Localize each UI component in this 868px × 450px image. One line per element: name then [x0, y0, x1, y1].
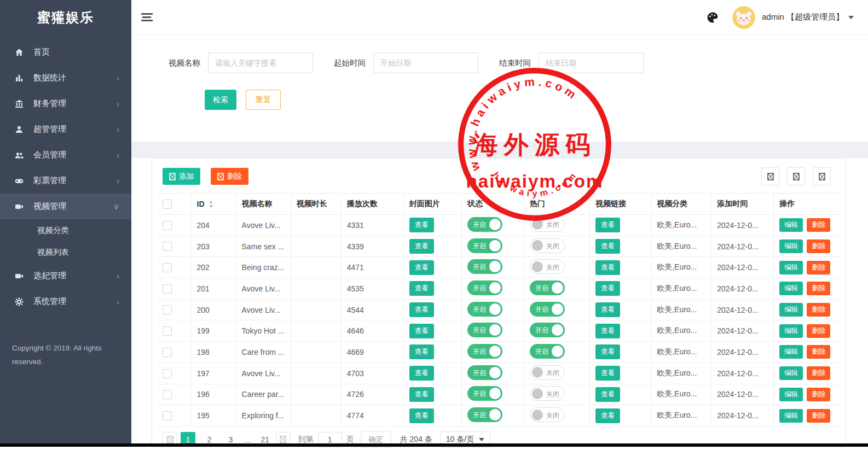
edit-button[interactable]: 编辑: [779, 239, 803, 253]
row-checkbox[interactable]: [163, 369, 172, 378]
hot-toggle[interactable]: 关闭: [530, 365, 565, 380]
status-toggle[interactable]: 开启: [467, 238, 502, 253]
edit-button[interactable]: 编辑: [779, 388, 803, 401]
view-link-button[interactable]: 查看: [595, 387, 620, 402]
avatar[interactable]: [732, 6, 755, 29]
hot-toggle[interactable]: 关闭: [530, 407, 565, 422]
status-toggle[interactable]: 开启: [467, 365, 502, 380]
row-checkbox[interactable]: [163, 348, 172, 357]
sidebar-item-8[interactable]: 系统管理›: [0, 289, 131, 314]
status-toggle[interactable]: 开启: [467, 217, 502, 232]
row-checkbox[interactable]: [163, 411, 172, 420]
hot-toggle[interactable]: 开启: [530, 323, 565, 337]
hot-toggle[interactable]: 开启: [530, 302, 565, 317]
add-button[interactable]: 添加: [163, 168, 200, 185]
table-row: 203Same sex ...4339查看开启关闭查看欧美,Euro...202…: [157, 236, 841, 257]
video-name-input[interactable]: [208, 52, 313, 73]
sidebar-item-label: 首页: [33, 47, 50, 57]
view-link-button[interactable]: 查看: [595, 281, 620, 296]
view-cover-button[interactable]: 查看: [409, 302, 434, 317]
status-toggle[interactable]: 开启: [467, 323, 502, 337]
hot-toggle[interactable]: 关闭: [530, 386, 565, 401]
row-checkbox[interactable]: [163, 263, 172, 272]
sidebar-subitem-0[interactable]: 视频分类: [0, 219, 131, 241]
table-tool-button-2[interactable]: [787, 167, 805, 185]
sidebar-item-3[interactable]: 超管管理›: [0, 116, 131, 142]
view-link-button[interactable]: 查看: [595, 324, 620, 338]
status-toggle[interactable]: 开启: [467, 344, 502, 359]
view-cover-button[interactable]: 查看: [409, 260, 434, 275]
delete-button[interactable]: 删除: [211, 168, 248, 185]
hot-toggle[interactable]: 开启: [530, 280, 565, 295]
start-date-input[interactable]: [373, 52, 478, 73]
reset-button[interactable]: 重置: [246, 90, 281, 110]
view-link-button[interactable]: 查看: [595, 239, 620, 254]
row-checkbox[interactable]: [163, 284, 172, 294]
row-checkbox[interactable]: [163, 305, 172, 314]
view-cover-button[interactable]: 查看: [409, 218, 434, 232]
view-cover-button[interactable]: 查看: [409, 239, 434, 254]
view-cover-button[interactable]: 查看: [409, 281, 434, 296]
edit-button[interactable]: 编辑: [779, 218, 803, 232]
sidebar-subitem-1[interactable]: 视频列表: [0, 241, 131, 263]
view-cover-button[interactable]: 查看: [409, 387, 434, 402]
sidebar-item-7[interactable]: 选妃管理›: [0, 263, 131, 289]
row-delete-button[interactable]: 删除: [807, 261, 830, 274]
edit-button[interactable]: 编辑: [779, 282, 803, 295]
row-delete-button[interactable]: 删除: [807, 239, 830, 253]
view-link-button[interactable]: 查看: [595, 408, 620, 423]
hot-toggle[interactable]: 开启: [530, 344, 565, 359]
edit-button[interactable]: 编辑: [779, 261, 803, 274]
row-delete-button[interactable]: 删除: [807, 409, 830, 423]
view-cover-button[interactable]: 查看: [409, 344, 434, 359]
status-toggle[interactable]: 开启: [467, 407, 502, 422]
view-link-button[interactable]: 查看: [595, 344, 620, 359]
table-tool-button-1[interactable]: [761, 167, 779, 185]
edit-button[interactable]: 编辑: [779, 345, 803, 359]
end-date-input[interactable]: [539, 52, 644, 73]
sidebar-item-5[interactable]: 彩票管理›: [0, 168, 131, 194]
sort-icon[interactable]: [209, 201, 213, 208]
row-delete-button[interactable]: 删除: [807, 218, 830, 232]
hot-toggle[interactable]: 关闭: [530, 217, 565, 232]
table-tool-button-3[interactable]: [813, 167, 831, 185]
sidebar-toggle-icon[interactable]: [141, 13, 153, 21]
sidebar-item-2[interactable]: 财务管理›: [0, 91, 131, 116]
search-button[interactable]: 检索: [205, 90, 236, 110]
hot-toggle[interactable]: 关闭: [530, 259, 565, 274]
view-cover-button[interactable]: 查看: [409, 366, 434, 381]
view-cover-button[interactable]: 查看: [409, 324, 434, 338]
status-toggle[interactable]: 开启: [467, 386, 502, 401]
edit-button[interactable]: 编辑: [779, 303, 803, 317]
edit-button[interactable]: 编辑: [779, 409, 803, 423]
row-delete-button[interactable]: 删除: [807, 282, 830, 295]
view-link-button[interactable]: 查看: [595, 366, 620, 381]
row-delete-button[interactable]: 删除: [807, 345, 830, 359]
row-delete-button[interactable]: 删除: [807, 324, 830, 338]
current-user-label[interactable]: admin 【超级管理员】: [762, 12, 844, 22]
user-menu-caret-icon[interactable]: [848, 16, 854, 19]
edit-button[interactable]: 编辑: [779, 366, 803, 380]
select-all-checkbox[interactable]: [163, 200, 172, 209]
row-checkbox[interactable]: [163, 390, 172, 399]
row-delete-button[interactable]: 删除: [807, 388, 830, 401]
view-link-button[interactable]: 查看: [595, 302, 620, 317]
theme-palette-icon[interactable]: [706, 11, 719, 24]
view-link-button[interactable]: 查看: [595, 260, 620, 275]
row-checkbox[interactable]: [163, 242, 172, 251]
sidebar-item-0[interactable]: 首页: [0, 39, 131, 65]
status-toggle[interactable]: 开启: [467, 280, 502, 295]
row-checkbox[interactable]: [163, 326, 172, 336]
edit-button[interactable]: 编辑: [779, 324, 803, 338]
row-delete-button[interactable]: 删除: [807, 366, 830, 380]
sidebar-item-4[interactable]: 会员管理›: [0, 142, 131, 168]
row-delete-button[interactable]: 删除: [807, 303, 830, 317]
sidebar-item-6[interactable]: 视频管理∨: [0, 194, 131, 219]
status-toggle[interactable]: 开启: [467, 302, 502, 317]
view-cover-button[interactable]: 查看: [409, 408, 434, 423]
row-checkbox[interactable]: [163, 221, 172, 230]
sidebar-item-1[interactable]: 数据统计›: [0, 65, 131, 91]
hot-toggle[interactable]: 关闭: [530, 238, 565, 253]
status-toggle[interactable]: 开启: [467, 259, 502, 274]
view-link-button[interactable]: 查看: [595, 218, 620, 232]
